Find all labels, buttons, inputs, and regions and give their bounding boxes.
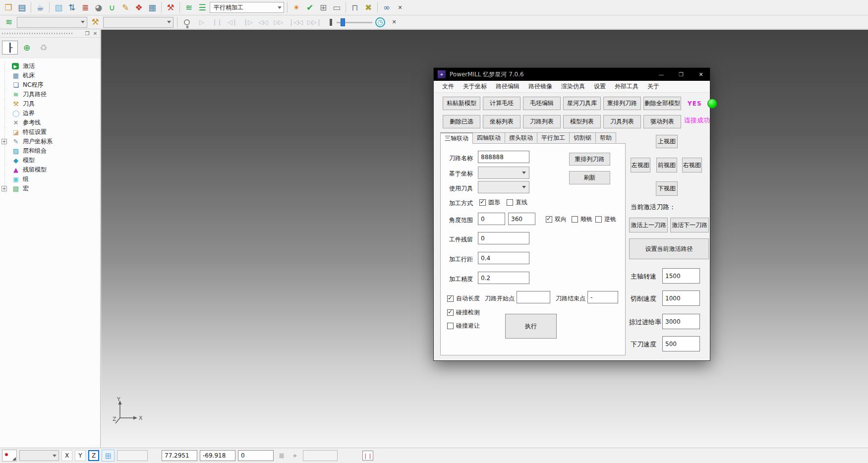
maximize-icon[interactable]: ❐: [672, 68, 691, 81]
paste-new-model-button[interactable]: 粘贴新模型: [443, 97, 480, 110]
calculator-icon[interactable]: ⊞: [317, 1, 329, 13]
start-point-input[interactable]: [517, 291, 550, 303]
tree-item-tools[interactable]: ⚒刀具: [0, 99, 100, 109]
sim-speed-slider[interactable]: [330, 17, 372, 27]
bidirectional-checkbox[interactable]: 双向: [546, 215, 567, 224]
tool-sphere-icon[interactable]: ◕: [93, 1, 105, 13]
nc-program-icon[interactable]: ≣: [79, 1, 91, 13]
auto-length-checkbox[interactable]: 自动长度: [447, 294, 480, 303]
tree-item-patterns[interactable]: ✕参考线: [0, 118, 100, 127]
expander-icon[interactable]: +: [1, 139, 7, 144]
circle-checkbox[interactable]: 圆形: [479, 198, 500, 207]
recycle-bin-icon[interactable]: ♻: [36, 41, 52, 55]
based-coord-select[interactable]: [478, 167, 529, 179]
tree-item-activate[interactable]: ▶激活: [0, 61, 100, 71]
tool-library-button[interactable]: 星河刀具库: [563, 97, 601, 110]
coords-list-button[interactable]: 坐标列表: [483, 115, 521, 128]
angle-from-input[interactable]: 0: [478, 213, 505, 225]
set-current-path-button[interactable]: 设置当前激活路径: [629, 238, 709, 259]
ruler-icon[interactable]: ▭: [331, 1, 343, 13]
sim-toolpath-dropdown[interactable]: [17, 17, 87, 28]
play-icon[interactable]: ▷: [195, 16, 208, 28]
menu-about-coords[interactable]: 关于坐标: [459, 81, 491, 92]
dialog-titlebar[interactable]: ✦ PowerMILL 忆梦星河 7.0.6 — ❐ ✕: [434, 68, 710, 81]
skip-end-icon[interactable]: ▷▷❘: [306, 16, 323, 28]
close-icon[interactable]: ✕: [692, 68, 710, 81]
lightbulb-icon[interactable]: [181, 16, 193, 28]
pattern-icon[interactable]: ✎: [119, 1, 131, 13]
toolbox-burst-icon[interactable]: ✴: [290, 1, 302, 13]
globe-icon[interactable]: ⊕: [19, 41, 35, 55]
exchange-arrows-icon[interactable]: ✖: [362, 1, 374, 13]
sim-tool-dropdown[interactable]: [103, 17, 174, 28]
tab-help[interactable]: 帮助: [595, 132, 616, 143]
view-front-button[interactable]: 前视图: [656, 158, 677, 173]
stock-edit-button[interactable]: 毛坯编辑: [523, 97, 561, 110]
view-left-button[interactable]: 左视图: [631, 158, 650, 173]
tab-swivel[interactable]: 摆头联动: [505, 132, 537, 143]
model-list-button[interactable]: 模型列表: [563, 115, 601, 128]
verify-check-icon[interactable]: ✔: [304, 1, 316, 13]
menu-file[interactable]: 文件: [438, 81, 459, 92]
tree-item-toolpaths[interactable]: ≋刀具路径: [0, 90, 100, 99]
reorder-toolpaths-button[interactable]: 重排列刀路: [603, 97, 641, 110]
compute-stock-button[interactable]: 计算毛坯: [483, 97, 521, 110]
featureset-icon[interactable]: ❖: [133, 1, 145, 13]
coord-z-field[interactable]: 0: [238, 450, 274, 461]
conventional-checkbox[interactable]: 逆铣: [595, 215, 616, 224]
explorer-panel-header[interactable]: ❐ ✕: [0, 30, 100, 38]
skip-start-icon[interactable]: ❘◁◁: [287, 16, 304, 28]
panel-pause-icon[interactable]: ❘❘: [362, 451, 373, 461]
expander-icon[interactable]: +: [1, 186, 7, 191]
measure-input[interactable]: [303, 450, 338, 461]
statusbar-dropdown[interactable]: [19, 450, 59, 461]
execute-button[interactable]: 执行: [505, 314, 557, 339]
collision-avoid-checkbox[interactable]: 碰撞避让: [447, 322, 480, 330]
spindle-speed-input[interactable]: 1500: [662, 268, 700, 284]
view-right-button[interactable]: 右视图: [682, 158, 702, 173]
stock-model-icon[interactable]: ▦: [146, 1, 158, 13]
coord-x-field[interactable]: 77.2951: [162, 450, 197, 461]
tree-item-nc-programs[interactable]: ❏NC程序: [0, 80, 100, 90]
tab-4axis[interactable]: 四轴联动: [472, 132, 505, 143]
tolerance-input[interactable]: 0.2: [478, 272, 529, 284]
x-axis-button[interactable]: X: [61, 450, 72, 461]
tab-parallel[interactable]: 平行加工: [537, 132, 570, 143]
cutting-feed-input[interactable]: 1000: [662, 290, 700, 306]
explorer-tree-icon[interactable]: ┠: [2, 41, 18, 55]
coords-list-icon[interactable]: ≣: [276, 452, 287, 460]
activate-next-button[interactable]: 激活下一刀路: [670, 218, 709, 232]
toolpath-name-input[interactable]: 888888: [478, 151, 529, 163]
toolbar-close-icon[interactable]: ✕: [388, 16, 400, 28]
tree-item-models[interactable]: ◆模型: [0, 156, 100, 165]
probe-tip-widget[interactable]: [2, 450, 17, 462]
menu-external-tools[interactable]: 外部工具: [610, 81, 643, 92]
powermill-springs-icon[interactable]: ≋: [183, 1, 195, 13]
tree-item-stock-models[interactable]: ▲残留模型: [0, 165, 100, 174]
fast-forward-icon[interactable]: ▷▷: [272, 16, 285, 28]
tab-3axis[interactable]: 三轴联动: [440, 132, 473, 144]
climb-checkbox[interactable]: 顺铣: [572, 215, 592, 224]
reorder-toolpath-button[interactable]: 重排列刀路: [569, 153, 610, 166]
move-target-icon[interactable]: ⌖: [289, 452, 300, 460]
end-point-input[interactable]: -: [587, 291, 618, 303]
pause-icon[interactable]: ❘❘: [210, 16, 224, 28]
strategy-list-icon[interactable]: ☰: [196, 1, 208, 13]
close-panel-icon[interactable]: ✕: [91, 30, 99, 37]
tree-item-macros[interactable]: +▤宏: [0, 184, 100, 193]
menu-render-sim[interactable]: 渲染仿真: [557, 81, 589, 92]
collision-check-checkbox[interactable]: 碰撞检测: [447, 308, 480, 317]
line-checkbox[interactable]: 直线: [507, 198, 527, 207]
tool-mini-icon[interactable]: ⚒: [89, 16, 101, 28]
menu-settings[interactable]: 设置: [589, 81, 610, 92]
clock-icon[interactable]: ◷: [374, 16, 386, 28]
view-top-button[interactable]: 上视图: [656, 135, 678, 148]
block-icon[interactable]: ▧: [53, 1, 64, 13]
step-forward-icon[interactable]: ❘▷: [241, 16, 254, 28]
strategy-dropdown[interactable]: 平行精加工: [210, 2, 284, 13]
stock-input[interactable]: 0: [478, 232, 529, 244]
step-back-icon[interactable]: ◁❘: [226, 16, 239, 28]
activate-prev-button[interactable]: 激活上一刀路: [629, 218, 668, 232]
slider-handle[interactable]: [341, 18, 345, 26]
stepover-input[interactable]: 0.4: [478, 252, 529, 264]
